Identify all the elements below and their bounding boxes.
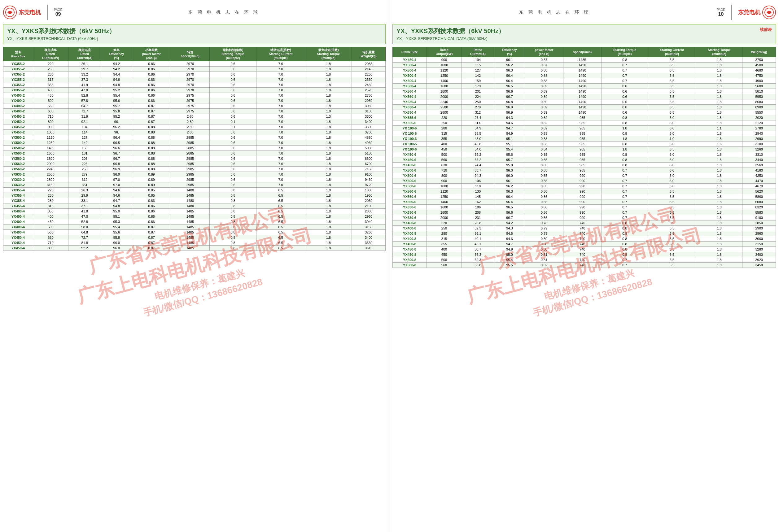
table-cell: 3100 xyxy=(742,141,776,147)
table-cell: 59.2 xyxy=(462,152,494,157)
table-cell: 1.8 xyxy=(305,93,352,98)
table-row: YX450-650059.295.60.859850.86.01.83310 xyxy=(393,152,776,157)
table-cell: YX355-6 xyxy=(393,115,427,121)
table-cell: 6.5 xyxy=(648,73,696,78)
table-cell: 4470 xyxy=(742,178,776,184)
table-cell: 220 xyxy=(33,188,68,193)
table-cell: 26.3 xyxy=(68,188,101,193)
table-cell: YX355-4 xyxy=(3,193,33,198)
table-row: YX355-422026.394.60.8514800.86.51.81880 xyxy=(3,188,385,193)
table-cell: 6.5 xyxy=(648,94,696,99)
table-cell: 6.5 xyxy=(648,63,696,68)
table-cell: 3040 xyxy=(352,219,385,224)
table-cell: 118 xyxy=(462,184,494,189)
table-cell: 0.6 xyxy=(209,161,256,167)
th-sc-10: Starting Current(multiple) xyxy=(648,47,696,57)
table-cell: 5.5 xyxy=(648,247,696,252)
table-row: YX450-490010496.10.8714850.86.51.83750 xyxy=(393,57,776,63)
table-cell: 2970 xyxy=(171,67,209,72)
table-cell: 3560 xyxy=(742,162,776,168)
table-cell: 1.8 xyxy=(696,168,742,173)
table-cell: 0.7 xyxy=(602,199,648,205)
table-cell: YX560-2 xyxy=(3,161,33,167)
table-cell: 1.8 xyxy=(696,94,742,99)
table-cell: 0.8 xyxy=(602,162,648,168)
table-cell: 45.1 xyxy=(462,242,494,247)
table-cell: 94.2 xyxy=(101,67,132,72)
table-cell: 64.8 xyxy=(68,230,101,235)
table-header-row-09: 型号Frame Size 额定功率RatedOutput(kW) 额定电流Rat… xyxy=(3,47,385,61)
table-cell: 280 xyxy=(33,72,68,77)
table-cell: YX560-4 xyxy=(393,89,427,94)
table-cell: 220 xyxy=(427,220,462,226)
table-cell: 400 xyxy=(427,247,462,252)
table-cell: 1.8 xyxy=(305,182,352,188)
table-cell: 0.6 xyxy=(602,99,648,105)
table-row: YX560-2224025396.90.8829850.67.01.87150 xyxy=(3,167,385,172)
table-cell: YX400-8 xyxy=(393,220,427,226)
table-cell: 95.0 xyxy=(494,252,525,257)
table-cell: 1.8 xyxy=(305,198,352,203)
table-cell: 2950 xyxy=(352,98,385,104)
table-cell: 0.87 xyxy=(132,240,171,246)
table-cell: 280 xyxy=(427,126,462,131)
table-cell: 1.8 xyxy=(696,121,742,126)
table-cell: 0.8 xyxy=(602,152,648,157)
table-cell: 96.8 xyxy=(494,99,525,105)
page-10: 东 莞 电 机 志 在 环 球 PAGE 10 东莞电机 xyxy=(390,0,779,532)
table-row: YX400-440047.095.10.8614850.86.51.82960 xyxy=(3,214,385,219)
table-row: YX355-231537.394.60.8629700.67.01.82360 xyxy=(3,77,385,82)
table-cell: 72.7 xyxy=(68,235,101,240)
table-cell: 41.8 xyxy=(68,209,101,214)
th-eff-09: 效率Efficiency(%) xyxy=(101,47,132,61)
table-cell: 5.5 xyxy=(648,252,696,257)
table-cell: 96.4 xyxy=(494,194,525,199)
logo-icon-09 xyxy=(3,6,17,19)
table-cell: 0.85 xyxy=(525,157,563,162)
table-cell: 94.6 xyxy=(101,77,132,82)
table-cell: 0.7 xyxy=(602,63,648,68)
table-cell: 54.0 xyxy=(462,147,494,152)
th-power-09: 额定功率RatedOutput(kW) xyxy=(33,47,68,61)
table-cell: 0.6 xyxy=(602,105,648,110)
table-cell: 57.8 xyxy=(68,98,101,104)
table-cell: 6.5 xyxy=(256,246,305,251)
table-cell: YX450-2 xyxy=(3,125,33,130)
table-cell: 34.9 xyxy=(462,126,494,131)
table-cell: 95.5 xyxy=(494,263,525,268)
table-cell: YX 100-6 xyxy=(393,147,427,152)
table-cell: 2520 xyxy=(352,88,385,93)
table-cell: 0.86 xyxy=(525,199,563,205)
table-cell: 145 xyxy=(462,194,494,199)
page-num-box-10: PAGE 10 xyxy=(717,8,725,17)
table-cell: YX500-2 xyxy=(3,135,33,140)
table-cell: 94.6 xyxy=(101,193,132,198)
table-cell: 0.7 xyxy=(602,178,648,184)
table-cell: 6.5 xyxy=(648,68,696,73)
table-cell: 500 xyxy=(427,257,462,263)
table-cell: 96.3 xyxy=(494,68,525,73)
table-cell: 1.8 xyxy=(305,88,352,93)
table-row: YX 100-631538.594.90.839850.86.01.82940 xyxy=(393,131,776,136)
table-cell: 0.6 xyxy=(209,140,256,145)
table-cell: 0.7 xyxy=(602,210,648,215)
table-cell: 1485 xyxy=(171,224,209,230)
table-cell: 800 xyxy=(33,119,68,125)
table-cell: 0.86 xyxy=(132,93,171,98)
table-cell: 1.8 xyxy=(305,246,352,251)
table-cell: 450 xyxy=(427,252,462,257)
table-cell: 0.88 xyxy=(132,151,171,156)
table-cell: 50.7 xyxy=(462,247,494,252)
table-cell: 1000 xyxy=(33,130,68,135)
table-cell: 7.0 xyxy=(256,119,305,125)
table-row: YX500-4112012796.30.8814900.76.51.84680 xyxy=(393,68,776,73)
table-cell: 96.2 xyxy=(101,125,132,130)
table-cell: 0.85 xyxy=(525,162,563,168)
table-cell: 0.86 xyxy=(525,205,563,210)
table-cell: 2085 xyxy=(352,61,385,67)
table-cell: 96.7 xyxy=(101,156,132,161)
table-cell: 4670 xyxy=(742,184,776,189)
table-cell: 94.2 xyxy=(494,220,525,226)
table-cell: 1490 xyxy=(563,63,602,68)
table-cell: 1.8 xyxy=(305,235,352,240)
